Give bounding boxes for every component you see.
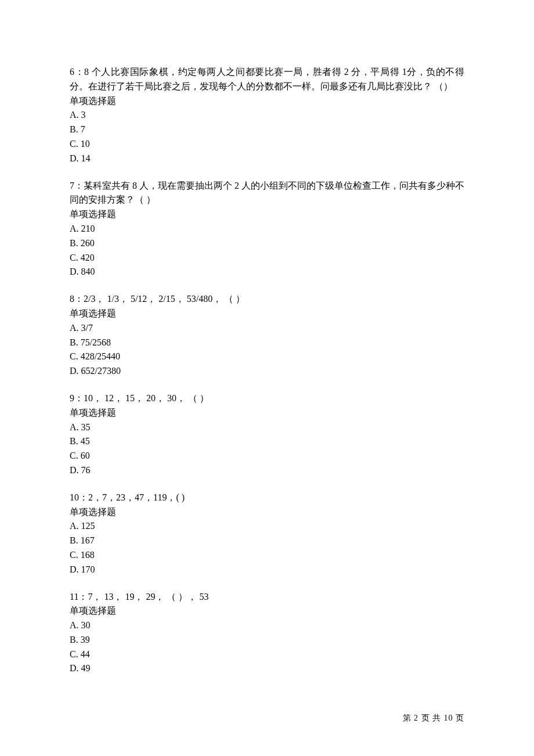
question-11: 11：7， 13， 19， 29， （ ）， 53 单项选择题 A. 30 B.… <box>70 590 464 676</box>
question-text: 9：10， 12， 15， 20， 30， （ ） <box>70 391 464 406</box>
option-a: A. 3/7 <box>70 321 464 336</box>
option-b: B. 39 <box>70 633 464 647</box>
question-type: 单项选择题 <box>70 505 464 520</box>
question-text: 7：某科室共有 8 人，现在需要抽出两个 2 人的小组到不同的下级单位检查工作，… <box>70 179 464 208</box>
option-b: B. 260 <box>70 236 464 251</box>
question-type: 单项选择题 <box>70 307 464 321</box>
option-d: D. 49 <box>70 661 464 676</box>
option-c: C. 420 <box>70 251 464 265</box>
question-type: 单项选择题 <box>70 406 464 420</box>
option-b: B. 45 <box>70 434 464 449</box>
option-c: C. 428/25440 <box>70 350 464 364</box>
option-a: A. 125 <box>70 519 464 534</box>
question-text: 6：8 个人比赛国际象棋，约定每两人之间都要比赛一局，胜者得 2 分，平局得 1… <box>70 65 464 94</box>
question-10: 10：2，7，23，47，119，( ) 单项选择题 A. 125 B. 167… <box>70 491 464 577</box>
question-type: 单项选择题 <box>70 207 464 222</box>
option-b: B. 7 <box>70 123 464 137</box>
option-c: C. 168 <box>70 548 464 563</box>
question-type: 单项选择题 <box>70 94 464 109</box>
option-a: A. 210 <box>70 222 464 236</box>
option-d: D. 14 <box>70 152 464 166</box>
question-7: 7：某科室共有 8 人，现在需要抽出两个 2 人的小组到不同的下级单位检查工作，… <box>70 179 464 280</box>
option-c: C. 60 <box>70 449 464 463</box>
option-d: D. 76 <box>70 463 464 478</box>
option-a: A. 35 <box>70 420 464 435</box>
page-content: 6：8 个人比赛国际象棋，约定每两人之间都要比赛一局，胜者得 2 分，平局得 1… <box>0 0 534 756</box>
option-b: B. 75/2568 <box>70 336 464 350</box>
option-c: C. 10 <box>70 137 464 152</box>
question-type: 单项选择题 <box>70 604 464 618</box>
option-b: B. 167 <box>70 534 464 548</box>
question-8: 8：2/3， 1/3， 5/12， 2/15， 53/480， （ ） 单项选择… <box>70 292 464 379</box>
question-text: 10：2，7，23，47，119，( ) <box>70 491 464 505</box>
question-text: 11：7， 13， 19， 29， （ ）， 53 <box>70 590 464 604</box>
option-c: C. 44 <box>70 647 464 662</box>
option-a: A. 30 <box>70 618 464 633</box>
option-d: D. 840 <box>70 265 464 279</box>
option-d: D. 652/27380 <box>70 364 464 379</box>
question-text: 8：2/3， 1/3， 5/12， 2/15， 53/480， （ ） <box>70 292 464 307</box>
page-footer: 第 2 页 共 10 页 <box>403 712 465 725</box>
question-9: 9：10， 12， 15， 20， 30， （ ） 单项选择题 A. 35 B.… <box>70 391 464 478</box>
option-d: D. 170 <box>70 563 464 577</box>
question-6: 6：8 个人比赛国际象棋，约定每两人之间都要比赛一局，胜者得 2 分，平局得 1… <box>70 65 464 166</box>
option-a: A. 3 <box>70 108 464 123</box>
